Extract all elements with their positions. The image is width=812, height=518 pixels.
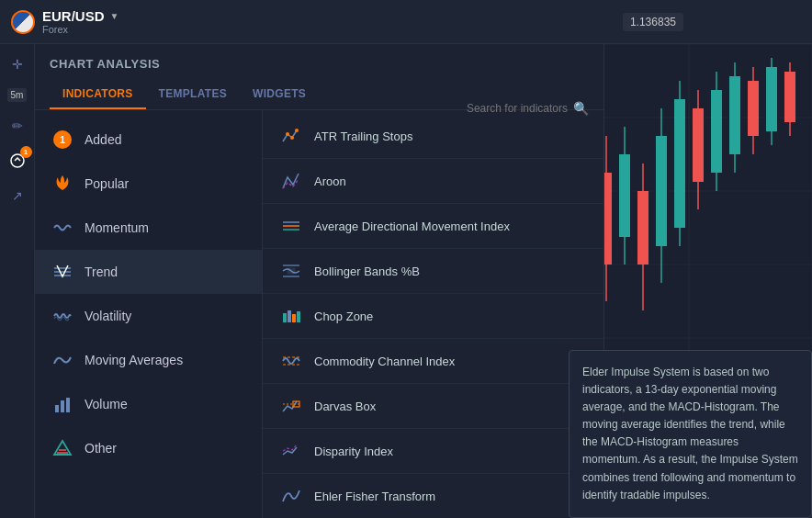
svg-rect-16 bbox=[637, 191, 648, 265]
indicator-list: ATR Trailing Stops Aroon bbox=[263, 110, 603, 518]
chop-label: Chop Zone bbox=[314, 310, 373, 323]
wave-icon bbox=[52, 218, 73, 238]
chart-analysis-modal: CHART ANALYSIS 🔍 INDICATORS TEMPLATES WI… bbox=[35, 44, 604, 518]
other-icon bbox=[51, 437, 73, 459]
category-momentum[interactable]: Momentum bbox=[35, 206, 262, 250]
disparity-label: Disparity Index bbox=[314, 445, 393, 458]
cci-icon bbox=[279, 349, 303, 373]
tool-badge: 1 bbox=[20, 146, 32, 158]
darvas-icon bbox=[279, 394, 303, 418]
svg-rect-55 bbox=[292, 314, 296, 322]
categories-panel: 1 Added Popular Mom bbox=[35, 110, 263, 518]
modal-body: 1 Added Popular Mom bbox=[35, 110, 603, 518]
svg-rect-40 bbox=[61, 400, 64, 412]
svg-rect-32 bbox=[784, 72, 795, 122]
volume-icon bbox=[51, 393, 73, 415]
category-added[interactable]: 1 Added bbox=[35, 118, 262, 162]
aroon-label: Aroon bbox=[314, 175, 346, 188]
svg-rect-54 bbox=[288, 310, 291, 322]
flame-icon bbox=[52, 174, 73, 194]
added-badge: 1 bbox=[53, 130, 72, 149]
darvas-label: Darvas Box bbox=[314, 400, 376, 413]
svg-point-45 bbox=[290, 136, 294, 140]
atr-trailing-icon bbox=[279, 124, 303, 148]
svg-rect-20 bbox=[674, 99, 685, 228]
aroon-icon bbox=[279, 169, 303, 193]
modal-header: CHART ANALYSIS 🔍 INDICATORS TEMPLATES WI… bbox=[35, 44, 603, 110]
category-volatility[interactable]: Volatility bbox=[35, 294, 262, 338]
popular-icon bbox=[51, 173, 73, 195]
admi-icon bbox=[279, 214, 303, 238]
indicator-tool[interactable]: 1 bbox=[6, 150, 28, 172]
category-other[interactable]: Other bbox=[35, 426, 262, 470]
category-added-label: Added bbox=[85, 132, 121, 147]
svg-rect-26 bbox=[729, 76, 740, 154]
pair-type: Forex bbox=[42, 24, 118, 35]
trend-lines-icon bbox=[52, 262, 73, 282]
disparity-icon bbox=[279, 439, 303, 463]
pair-name: EUR/USD bbox=[42, 8, 105, 24]
top-bar: EUR/USD ▼ Forex 1.136835 bbox=[0, 0, 812, 44]
pair-info[interactable]: EUR/USD ▼ Forex bbox=[11, 8, 118, 35]
indicator-aroon[interactable]: Aroon bbox=[263, 159, 603, 204]
tooltip-box: Elder Impulse System is based on two ind… bbox=[569, 350, 812, 519]
category-volume-label: Volume bbox=[85, 397, 128, 411]
category-volume[interactable]: Volume bbox=[35, 382, 262, 426]
momentum-icon bbox=[51, 217, 73, 239]
tab-indicators[interactable]: INDICATORS bbox=[50, 80, 146, 109]
svg-rect-39 bbox=[55, 405, 59, 412]
crosshair-tool[interactable]: ✛ bbox=[6, 53, 28, 75]
ehler-icon bbox=[279, 484, 303, 508]
category-momentum-label: Momentum bbox=[85, 220, 149, 235]
ma-icon bbox=[51, 349, 73, 371]
indicator-cci[interactable]: Commodity Channel Index bbox=[263, 339, 603, 384]
category-moving-averages[interactable]: Moving Averages bbox=[35, 338, 262, 382]
indicator-admi[interactable]: Average Directional Movement Index bbox=[263, 204, 603, 249]
svg-rect-52 bbox=[288, 268, 295, 274]
cci-label: Commodity Channel Index bbox=[314, 355, 455, 368]
triangle-icon bbox=[52, 438, 73, 458]
tab-templates[interactable]: TEMPLATES bbox=[146, 80, 240, 109]
admi-label: Average Directional Movement Index bbox=[314, 220, 510, 233]
svg-rect-14 bbox=[619, 154, 630, 237]
sidebar-tools: ✛ 5m ✏ 1 ↗ bbox=[0, 44, 35, 518]
svg-point-46 bbox=[295, 129, 299, 132]
indicator-atr-trailing[interactable]: ATR Trailing Stops bbox=[263, 114, 603, 159]
category-trend[interactable]: Trend bbox=[35, 250, 262, 294]
tab-widgets[interactable]: WIDGETS bbox=[240, 80, 319, 109]
atr-trailing-label: ATR Trailing Stops bbox=[314, 130, 412, 143]
timeframe-label[interactable]: 5m bbox=[7, 88, 28, 102]
svg-rect-41 bbox=[66, 398, 70, 412]
indicator-ehler[interactable]: Ehler Fisher Transform bbox=[263, 474, 603, 518]
pair-dropdown-icon[interactable]: ▼ bbox=[110, 11, 119, 21]
added-icon: 1 bbox=[51, 129, 73, 151]
svg-rect-18 bbox=[656, 136, 667, 246]
svg-rect-56 bbox=[297, 311, 300, 322]
arrow-tool[interactable]: ↗ bbox=[6, 185, 28, 207]
svg-rect-22 bbox=[693, 108, 704, 182]
indicator-darvas[interactable]: Darvas Box bbox=[263, 384, 603, 429]
search-input[interactable] bbox=[439, 102, 568, 115]
curve-icon bbox=[52, 350, 73, 370]
category-volatility-label: Volatility bbox=[85, 309, 131, 323]
search-icon[interactable]: 🔍 bbox=[573, 101, 589, 116]
pencil-tool[interactable]: ✏ bbox=[6, 115, 28, 137]
category-trend-label: Trend bbox=[85, 265, 118, 279]
indicator-chop[interactable]: Chop Zone bbox=[263, 294, 603, 339]
indicator-disparity[interactable]: Disparity Index bbox=[263, 429, 603, 474]
chop-icon bbox=[279, 304, 303, 328]
category-popular-label: Popular bbox=[85, 176, 129, 191]
ehler-label: Ehler Fisher Transform bbox=[314, 490, 435, 503]
svg-rect-24 bbox=[711, 90, 722, 173]
tooltip-text: Elder Impulse System is based on two ind… bbox=[582, 366, 798, 501]
trend-icon bbox=[51, 261, 73, 283]
bb-icon bbox=[279, 259, 303, 283]
category-popular[interactable]: Popular bbox=[35, 162, 262, 206]
indicator-bb[interactable]: Bollinger Bands %B bbox=[263, 249, 603, 294]
svg-rect-53 bbox=[283, 313, 287, 322]
volatility-icon bbox=[51, 305, 73, 327]
search-bar[interactable]: 🔍 bbox=[439, 101, 589, 116]
svg-point-44 bbox=[286, 132, 289, 136]
bars-icon bbox=[52, 394, 73, 414]
bb-label: Bollinger Bands %B bbox=[314, 265, 420, 278]
